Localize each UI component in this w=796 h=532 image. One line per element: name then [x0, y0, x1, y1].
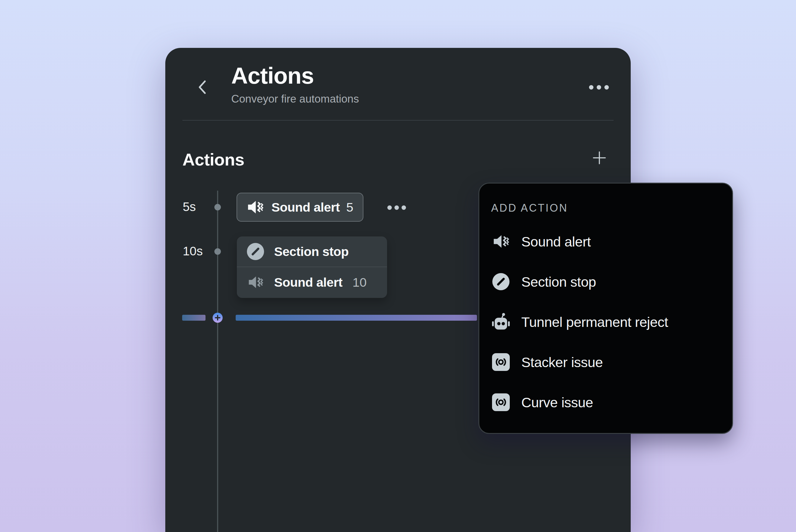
- menu-item-tunnel-permanent-reject[interactable]: Tunnel permanent reject: [491, 302, 721, 342]
- timeline-time-label-10s: 10s: [183, 244, 203, 258]
- action-label: Section stop: [274, 244, 349, 259]
- menu-item-section-stop[interactable]: Section stop: [491, 262, 721, 302]
- ellipsis-icon: [589, 85, 593, 90]
- menu-title: ADD ACTION: [491, 202, 568, 214]
- timeline-bar-left: [182, 315, 205, 321]
- header-more-button[interactable]: [585, 78, 613, 96]
- page-title: Actions: [231, 64, 359, 88]
- action-sound-alert-5[interactable]: Sound alert 5: [237, 193, 364, 222]
- section-title: Actions: [182, 150, 244, 169]
- chevron-left-icon: [198, 80, 206, 95]
- timeline-dot-10s: [215, 248, 221, 255]
- sound-alert-icon: [247, 275, 263, 289]
- menu-item-stacker-issue[interactable]: Stacker issue: [491, 342, 721, 382]
- add-action-button[interactable]: [590, 148, 609, 167]
- action-value: 10: [352, 275, 367, 290]
- header-titles: Actions Conveyor fire automations: [231, 64, 359, 105]
- plus-icon: [215, 315, 221, 321]
- timeline-dot-5s: [215, 204, 221, 210]
- menu-item-curve-issue[interactable]: Curve issue: [491, 382, 721, 422]
- action-sound-alert-10[interactable]: Sound alert 10: [237, 267, 387, 297]
- timeline-bar-right: [236, 315, 477, 321]
- robot-icon: [491, 313, 511, 331]
- menu-list: Sound alert Section stop: [491, 221, 721, 422]
- action-group-10s: Section stop Sound alert 10: [237, 236, 387, 298]
- plus-icon: [592, 151, 607, 165]
- action-value: 5: [346, 200, 353, 214]
- back-button[interactable]: [192, 78, 211, 97]
- add-action-menu: ADD ACTION Sound alert: [478, 183, 733, 434]
- menu-item-sound-alert[interactable]: Sound alert: [491, 221, 721, 262]
- timeline-line: [217, 191, 218, 532]
- page-subtitle: Conveyor fire automations: [231, 93, 359, 105]
- menu-item-label: Section stop: [521, 274, 596, 290]
- menu-item-label: Sound alert: [521, 233, 591, 250]
- app-background: Actions Conveyor fire automations Action…: [0, 0, 796, 532]
- timeline-time-label-5s: 5s: [183, 200, 196, 214]
- action-more-button[interactable]: [384, 198, 409, 216]
- sound-alert-icon: [492, 234, 510, 249]
- action-label: Sound alert: [272, 200, 340, 214]
- action-section-stop[interactable]: Section stop: [237, 236, 387, 267]
- header-divider: [182, 120, 614, 120]
- broadcast-icon: [492, 353, 510, 371]
- section-stop-icon: [247, 243, 264, 260]
- sound-alert-icon: [246, 200, 264, 215]
- broadcast-icon: [492, 393, 510, 411]
- section-stop-icon: [492, 273, 510, 290]
- timeline-add-badge[interactable]: [212, 313, 223, 323]
- menu-item-label: Stacker issue: [521, 354, 603, 370]
- ellipsis-icon: [387, 205, 392, 210]
- action-label: Sound alert: [274, 275, 343, 290]
- menu-item-label: Tunnel permanent reject: [521, 314, 668, 330]
- menu-item-label: Curve issue: [521, 394, 593, 411]
